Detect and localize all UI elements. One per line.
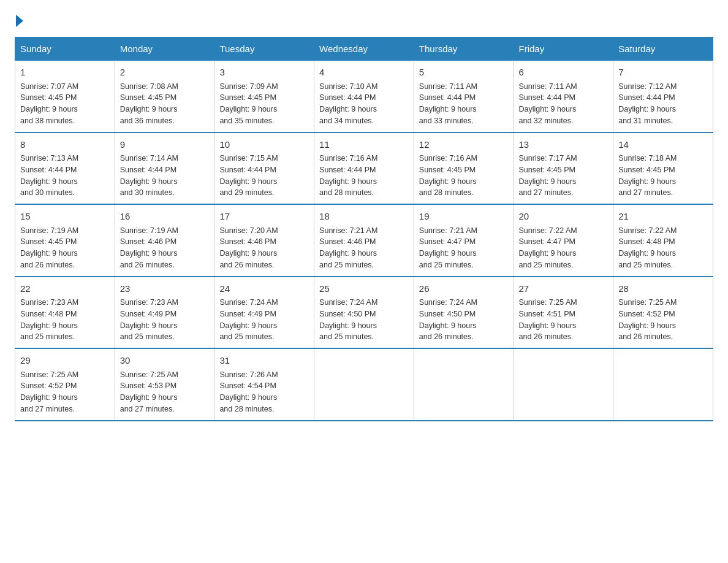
day-cell-18: 18 Sunrise: 7:21 AMSunset: 4:46 PMDaylig…: [314, 204, 414, 277]
day-info: Sunrise: 7:09 AMSunset: 4:45 PMDaylight:…: [219, 81, 309, 127]
day-cell-13: 13 Sunrise: 7:17 AMSunset: 4:45 PMDaylig…: [514, 132, 613, 205]
week-row-5: 29 Sunrise: 7:25 AMSunset: 4:52 PMDaylig…: [15, 348, 713, 421]
day-info: Sunrise: 7:24 AMSunset: 4:49 PMDaylight:…: [219, 297, 309, 343]
day-cell-5: 5 Sunrise: 7:11 AMSunset: 4:44 PMDayligh…: [414, 61, 514, 132]
day-number: 27: [519, 282, 609, 296]
day-number: 17: [219, 210, 309, 224]
day-cell-3: 3 Sunrise: 7:09 AMSunset: 4:45 PMDayligh…: [214, 61, 314, 132]
day-info: Sunrise: 7:19 AMSunset: 4:45 PMDaylight:…: [20, 225, 110, 271]
day-info: Sunrise: 7:17 AMSunset: 4:45 PMDaylight:…: [519, 153, 609, 199]
day-number: 5: [419, 66, 509, 80]
day-info: Sunrise: 7:12 AMSunset: 4:44 PMDaylight:…: [618, 81, 708, 127]
day-cell-17: 17 Sunrise: 7:20 AMSunset: 4:46 PMDaylig…: [214, 204, 314, 277]
day-info: Sunrise: 7:13 AMSunset: 4:44 PMDaylight:…: [20, 153, 110, 199]
day-number: 6: [519, 66, 609, 80]
day-cell-20: 20 Sunrise: 7:22 AMSunset: 4:47 PMDaylig…: [514, 204, 613, 277]
empty-cell: [514, 348, 613, 421]
day-info: Sunrise: 7:16 AMSunset: 4:44 PMDaylight:…: [319, 153, 409, 199]
header-thursday: Thursday: [414, 37, 514, 61]
day-number: 24: [219, 282, 309, 296]
day-info: Sunrise: 7:11 AMSunset: 4:44 PMDaylight:…: [419, 81, 509, 127]
day-number: 21: [618, 210, 708, 224]
day-cell-9: 9 Sunrise: 7:14 AMSunset: 4:44 PMDayligh…: [115, 132, 214, 205]
day-info: Sunrise: 7:25 AMSunset: 4:53 PMDaylight:…: [120, 369, 210, 415]
day-number: 20: [519, 210, 609, 224]
day-cell-15: 15 Sunrise: 7:19 AMSunset: 4:45 PMDaylig…: [15, 204, 115, 277]
week-row-2: 8 Sunrise: 7:13 AMSunset: 4:44 PMDayligh…: [15, 132, 713, 205]
day-cell-19: 19 Sunrise: 7:21 AMSunset: 4:47 PMDaylig…: [414, 204, 514, 277]
day-cell-10: 10 Sunrise: 7:15 AMSunset: 4:44 PMDaylig…: [214, 132, 314, 205]
day-info: Sunrise: 7:24 AMSunset: 4:50 PMDaylight:…: [419, 297, 509, 343]
day-number: 18: [319, 210, 409, 224]
day-cell-11: 11 Sunrise: 7:16 AMSunset: 4:44 PMDaylig…: [314, 132, 414, 205]
day-cell-7: 7 Sunrise: 7:12 AMSunset: 4:44 PMDayligh…: [613, 61, 713, 132]
header-row: SundayMondayTuesdayWednesdayThursdayFrid…: [15, 37, 713, 61]
empty-cell: [613, 348, 713, 421]
day-cell-14: 14 Sunrise: 7:18 AMSunset: 4:45 PMDaylig…: [613, 132, 713, 205]
day-info: Sunrise: 7:22 AMSunset: 4:48 PMDaylight:…: [618, 225, 708, 271]
day-number: 1: [20, 66, 110, 80]
day-info: Sunrise: 7:11 AMSunset: 4:44 PMDaylight:…: [519, 81, 609, 127]
day-info: Sunrise: 7:21 AMSunset: 4:46 PMDaylight:…: [319, 225, 409, 271]
day-number: 19: [419, 210, 509, 224]
page-header: [15, 15, 713, 25]
day-number: 31: [219, 354, 309, 368]
day-cell-26: 26 Sunrise: 7:24 AMSunset: 4:50 PMDaylig…: [414, 277, 514, 349]
calendar-table: SundayMondayTuesdayWednesdayThursdayFrid…: [15, 37, 713, 421]
day-cell-4: 4 Sunrise: 7:10 AMSunset: 4:44 PMDayligh…: [314, 61, 414, 132]
day-info: Sunrise: 7:23 AMSunset: 4:49 PMDaylight:…: [120, 297, 210, 343]
day-info: Sunrise: 7:19 AMSunset: 4:46 PMDaylight:…: [120, 225, 210, 271]
day-cell-16: 16 Sunrise: 7:19 AMSunset: 4:46 PMDaylig…: [115, 204, 214, 277]
day-number: 8: [20, 138, 110, 152]
day-number: 29: [20, 354, 110, 368]
day-cell-2: 2 Sunrise: 7:08 AMSunset: 4:45 PMDayligh…: [115, 61, 214, 132]
day-cell-28: 28 Sunrise: 7:25 AMSunset: 4:52 PMDaylig…: [613, 277, 713, 349]
week-row-3: 15 Sunrise: 7:19 AMSunset: 4:45 PMDaylig…: [15, 204, 713, 277]
day-number: 9: [120, 138, 210, 152]
day-cell-25: 25 Sunrise: 7:24 AMSunset: 4:50 PMDaylig…: [314, 277, 414, 349]
week-row-1: 1 Sunrise: 7:07 AMSunset: 4:45 PMDayligh…: [15, 61, 713, 132]
day-cell-29: 29 Sunrise: 7:25 AMSunset: 4:52 PMDaylig…: [15, 348, 115, 421]
header-friday: Friday: [514, 37, 613, 61]
empty-cell: [414, 348, 514, 421]
day-cell-1: 1 Sunrise: 7:07 AMSunset: 4:45 PMDayligh…: [15, 61, 115, 132]
day-number: 15: [20, 210, 110, 224]
header-saturday: Saturday: [613, 37, 713, 61]
header-sunday: Sunday: [15, 37, 115, 61]
day-cell-24: 24 Sunrise: 7:24 AMSunset: 4:49 PMDaylig…: [214, 277, 314, 349]
day-number: 13: [519, 138, 609, 152]
day-number: 4: [319, 66, 409, 80]
day-number: 7: [618, 66, 708, 80]
day-info: Sunrise: 7:15 AMSunset: 4:44 PMDaylight:…: [219, 153, 309, 199]
day-number: 10: [219, 138, 309, 152]
day-number: 26: [419, 282, 509, 296]
day-info: Sunrise: 7:21 AMSunset: 4:47 PMDaylight:…: [419, 225, 509, 271]
day-number: 3: [219, 66, 309, 80]
day-number: 23: [120, 282, 210, 296]
day-cell-27: 27 Sunrise: 7:25 AMSunset: 4:51 PMDaylig…: [514, 277, 613, 349]
day-info: Sunrise: 7:25 AMSunset: 4:52 PMDaylight:…: [618, 297, 708, 343]
day-cell-23: 23 Sunrise: 7:23 AMSunset: 4:49 PMDaylig…: [115, 277, 214, 349]
empty-cell: [314, 348, 414, 421]
day-info: Sunrise: 7:20 AMSunset: 4:46 PMDaylight:…: [219, 225, 309, 271]
day-number: 30: [120, 354, 210, 368]
day-cell-12: 12 Sunrise: 7:16 AMSunset: 4:45 PMDaylig…: [414, 132, 514, 205]
day-number: 25: [319, 282, 409, 296]
week-row-4: 22 Sunrise: 7:23 AMSunset: 4:48 PMDaylig…: [15, 277, 713, 349]
day-info: Sunrise: 7:23 AMSunset: 4:48 PMDaylight:…: [20, 297, 110, 343]
day-info: Sunrise: 7:18 AMSunset: 4:45 PMDaylight:…: [618, 153, 708, 199]
day-cell-31: 31 Sunrise: 7:26 AMSunset: 4:54 PMDaylig…: [214, 348, 314, 421]
day-number: 11: [319, 138, 409, 152]
day-info: Sunrise: 7:25 AMSunset: 4:52 PMDaylight:…: [20, 369, 110, 415]
day-number: 12: [419, 138, 509, 152]
day-info: Sunrise: 7:26 AMSunset: 4:54 PMDaylight:…: [219, 369, 309, 415]
day-info: Sunrise: 7:08 AMSunset: 4:45 PMDaylight:…: [120, 81, 210, 127]
logo: [15, 15, 25, 25]
day-number: 16: [120, 210, 210, 224]
day-info: Sunrise: 7:22 AMSunset: 4:47 PMDaylight:…: [519, 225, 609, 271]
day-cell-30: 30 Sunrise: 7:25 AMSunset: 4:53 PMDaylig…: [115, 348, 214, 421]
day-info: Sunrise: 7:16 AMSunset: 4:45 PMDaylight:…: [419, 153, 509, 199]
header-tuesday: Tuesday: [214, 37, 314, 61]
day-number: 14: [618, 138, 708, 152]
day-cell-6: 6 Sunrise: 7:11 AMSunset: 4:44 PMDayligh…: [514, 61, 613, 132]
